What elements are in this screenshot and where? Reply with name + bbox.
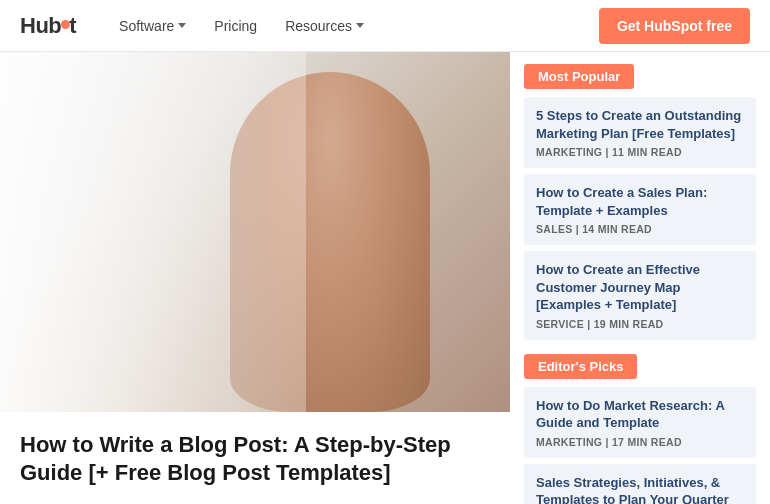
card-meta: MARKETING | 17 MIN READ [536,436,744,448]
card-title: How to Create an Effective Customer Jour… [536,261,744,314]
chevron-down-icon [178,23,186,28]
card-title: How to Create a Sales Plan: Template + E… [536,184,744,219]
hero-image [0,52,510,412]
nav-item-resources[interactable]: Resources [273,10,376,42]
card-title: How to Do Market Research: A Guide and T… [536,397,744,432]
list-item[interactable]: Sales Strategies, Initiatives, & Templat… [524,464,756,504]
logo[interactable]: Hubt [20,13,77,39]
card-title: 5 Steps to Create an Outstanding Marketi… [536,107,744,142]
card-meta: SALES | 14 MIN READ [536,223,744,235]
editors-picks-section: Editor's Picks How to Do Market Research… [524,354,756,504]
get-hubspot-free-button[interactable]: Get HubSpot free [599,8,750,44]
hero-caption: How to Write a Blog Post: A Step-by-Step… [0,413,510,504]
hero-title: How to Write a Blog Post: A Step-by-Step… [20,431,490,488]
list-item[interactable]: How to Do Market Research: A Guide and T… [524,387,756,458]
card-meta: SERVICE | 19 MIN READ [536,318,744,330]
card-title: Sales Strategies, Initiatives, & Templat… [536,474,744,504]
sidebar: Most Popular 5 Steps to Create an Outsta… [510,52,770,504]
chevron-down-icon-2 [356,23,364,28]
list-item[interactable]: How to Create an Effective Customer Jour… [524,251,756,340]
nav-item-software[interactable]: Software [107,10,198,42]
card-meta: MARKETING | 11 MIN READ [536,146,744,158]
list-item[interactable]: 5 Steps to Create an Outstanding Marketi… [524,97,756,168]
most-popular-badge: Most Popular [524,64,634,89]
list-item[interactable]: How to Create a Sales Plan: Template + E… [524,174,756,245]
main-content: How to Write a Blog Post: A Step-by-Step… [0,52,770,504]
most-popular-section: Most Popular 5 Steps to Create an Outsta… [524,64,756,340]
editors-picks-badge: Editor's Picks [524,354,637,379]
logo-full: Hubt [20,13,77,39]
hero-section: How to Write a Blog Post: A Step-by-Step… [0,52,510,504]
main-nav: Software Pricing Resources [107,10,599,42]
nav-item-pricing[interactable]: Pricing [202,10,269,42]
header: Hubt Software Pricing Resources Get HubS… [0,0,770,52]
